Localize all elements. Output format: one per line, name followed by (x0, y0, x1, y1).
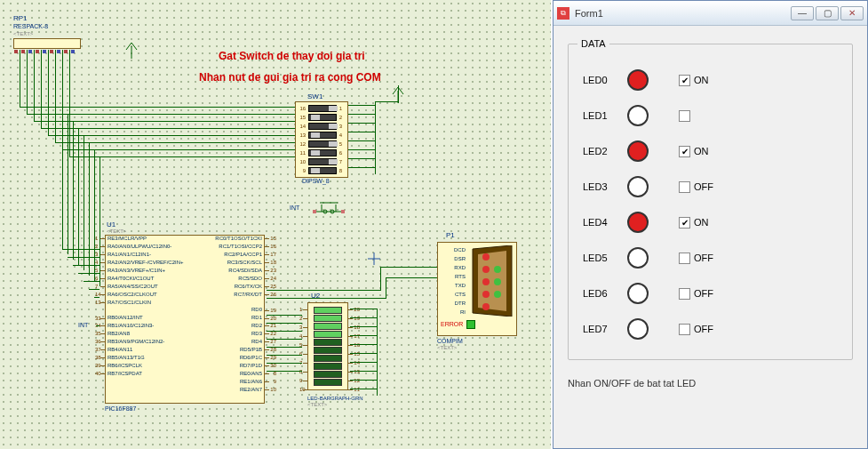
led-indicator (627, 318, 649, 340)
rp1-body (13, 38, 81, 49)
dipsw-row[interactable]: 10 7 (296, 157, 347, 166)
led-row: LED0 ✔ ON (583, 62, 838, 98)
led-indicator (627, 176, 649, 197)
int-label-btn: INT (290, 204, 299, 211)
data-groupbox: DATA LED0 ✔ ON LED1 LED2 ✔ ON LED3 OFF L… (568, 44, 853, 360)
checkbox-icon[interactable]: ✔ (679, 75, 690, 86)
u1-body: RE3/MCLR/VPPRC0/T1OSO/T1CKI115RA0/AN0/UL… (105, 235, 265, 404)
led-checkbox-wrap[interactable]: OFF (679, 181, 713, 193)
cursor-crosshair (368, 253, 380, 265)
int-label-rb0: INT (78, 322, 88, 328)
checkbox-label: ON (694, 217, 709, 228)
checkbox-label: OFF (694, 253, 713, 263)
heading-2: Nhan nut de gui gia tri ra cong COM (199, 71, 381, 84)
u1-ref: U1 (107, 220, 115, 229)
checkbox-icon[interactable] (679, 181, 690, 193)
dipsw-row[interactable]: 9 8 (296, 166, 347, 175)
ledbar-segment (314, 315, 342, 322)
led-checkbox-wrap[interactable]: OFF (679, 324, 713, 335)
led-row: LED5 OFF (583, 240, 838, 276)
vcc-symbol-left (124, 41, 139, 59)
led-indicator (627, 247, 649, 269)
led-row: LED4 ✔ ON (583, 204, 838, 240)
rp1-ref: RP1 (13, 14, 28, 22)
p1-ref: P1 (446, 231, 455, 239)
led-row: LED3 OFF (583, 169, 838, 204)
dipsw-row[interactable]: 16 1 (296, 104, 347, 113)
dipsw-row[interactable]: 15 2 (296, 113, 347, 122)
p1-signal-label: TXD (441, 281, 466, 290)
led-label: LED5 (583, 253, 627, 263)
led-row: LED6 OFF (583, 276, 838, 311)
titlebar[interactable]: ⧉ Form1 — ▢ ✕ (553, 1, 867, 26)
checkbox-icon[interactable] (679, 110, 690, 122)
led-indicator (627, 212, 649, 233)
dipsw-row[interactable]: 13 4 (296, 131, 347, 140)
led-indicator (627, 105, 649, 126)
led-row: LED2 ✔ ON (583, 133, 838, 169)
led-label: LED7 (583, 324, 627, 334)
form-icon: ⧉ (557, 7, 569, 20)
sw1-ref: SW1 (307, 92, 323, 100)
push-button[interactable] (311, 199, 346, 217)
schematic-canvas[interactable]: Gat Switch de thay doi gia tri Nhan nut … (0, 0, 551, 449)
p1-body: DCDDSRRXDRTSTXDCTSDTRRI (437, 242, 517, 336)
checkbox-icon[interactable]: ✔ (679, 217, 690, 229)
checkbox-icon[interactable] (679, 253, 690, 264)
ledbar-segment (314, 371, 342, 378)
maximize-button[interactable]: ▢ (816, 6, 839, 20)
dipsw-row[interactable]: 12 5 (296, 140, 347, 148)
led-row: LED1 (583, 98, 838, 133)
p1-error-label: ERROR (441, 321, 463, 328)
close-button[interactable]: ✕ (840, 6, 864, 20)
p1-signal-label: RTS (441, 272, 466, 281)
led-checkbox-wrap[interactable]: OFF (679, 253, 713, 264)
led-indicator (627, 283, 649, 304)
ledbar-segment (314, 323, 342, 330)
checkbox-label: OFF (694, 181, 713, 192)
checkbox-label: OFF (694, 288, 713, 299)
minimize-button[interactable]: — (791, 6, 814, 20)
led-checkbox-wrap[interactable]: ✔ ON (679, 217, 709, 229)
checkbox-label: ON (694, 75, 709, 85)
form-footer-text: Nhan ON/OFF de bat tat LED (568, 378, 853, 389)
p1-val: COMPIM (437, 338, 463, 344)
led-indicator (627, 140, 649, 162)
p1-signal-label: RXD (441, 263, 466, 272)
ledbar-segment (314, 379, 342, 386)
u2-txt: <TEXT> (307, 402, 327, 407)
u2-body: 1234567891020191817161514131211 (307, 302, 348, 390)
ledbar-segment (314, 363, 342, 370)
led-checkbox-wrap[interactable]: OFF (679, 288, 713, 300)
led-checkbox-wrap[interactable]: ✔ ON (679, 146, 709, 157)
led-checkbox-wrap[interactable] (679, 110, 694, 122)
p1-signal-label: DCD (441, 245, 466, 254)
u1-val: PIC16F887 (105, 405, 136, 412)
led-label: LED6 (583, 288, 627, 299)
led-label: LED1 (583, 110, 627, 121)
checkbox-icon[interactable] (679, 324, 690, 335)
u2-val: LED-BARGRAPH-GRN (307, 396, 363, 401)
checkbox-icon[interactable]: ✔ (679, 146, 690, 157)
dipsw-row[interactable]: 14 3 (296, 122, 347, 131)
checkbox-label: OFF (694, 324, 713, 334)
dipsw-row[interactable]: 11 6 (296, 148, 347, 157)
checkbox-label: ON (694, 146, 709, 156)
checkbox-icon[interactable] (679, 288, 690, 300)
ledbar-segment (314, 339, 342, 346)
ledbar-segment (314, 307, 342, 314)
led-indicator (627, 69, 649, 91)
sw1-val: DIPSW_8 (302, 178, 330, 184)
form-window: ⧉ Form1 — ▢ ✕ DATA LED0 ✔ ON LED1 LED2 ✔… (553, 0, 868, 449)
led-checkbox-wrap[interactable]: ✔ ON (679, 75, 709, 86)
rp1-val: RESPACK-8 (13, 23, 48, 29)
p1-signal-label: RI (441, 308, 466, 317)
led-label: LED3 (583, 181, 627, 192)
p1-signal-label: CTS (441, 290, 466, 299)
p1-txt: <TEXT> (437, 345, 457, 350)
groupbox-title: DATA (577, 38, 609, 49)
ledbar-segment (314, 331, 342, 338)
sw1-body[interactable]: 16 115 214 313 412 511 610 79 8 (295, 101, 348, 178)
led-label: LED0 (583, 75, 627, 85)
ledbar-segment (314, 355, 342, 362)
